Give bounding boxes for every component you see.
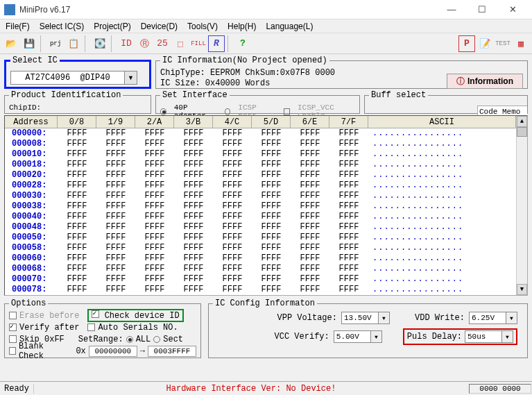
scroll-down[interactable]: ▼ — [517, 284, 527, 295]
hex-cell[interactable]: FFFF — [135, 180, 174, 191]
hex-cell[interactable]: FFFF — [252, 243, 291, 253]
hex-row[interactable]: 000008:FFFFFFFFFFFFFFFFFFFFFFFFFFFFFFFF.… — [5, 139, 516, 149]
hex-cell[interactable]: FFFF — [213, 233, 252, 243]
hex-row[interactable]: 000050:FFFFFFFFFFFFFFFFFFFFFFFFFFFFFFFF.… — [5, 233, 516, 243]
hex-cell[interactable]: FFFF — [213, 264, 252, 274]
vddw-dropdown[interactable]: ▼ — [506, 312, 517, 324]
hex-cell[interactable]: FFFF — [58, 170, 96, 180]
hex-cell[interactable]: FFFF — [213, 243, 252, 253]
hex-row[interactable]: 000010:FFFFFFFFFFFFFFFFFFFFFFFFFFFFFFFF.… — [5, 149, 516, 160]
hex-cell[interactable]: FFFF — [329, 233, 368, 243]
hex-row[interactable]: 000040:FFFFFFFFFFFFFFFFFFFFFFFFFFFFFFFF.… — [5, 212, 516, 222]
hdr-3[interactable]: 3/B — [174, 116, 213, 128]
hex-cell[interactable]: FFFF — [291, 191, 329, 201]
hex-cell[interactable]: FFFF — [174, 253, 213, 264]
hex-cell[interactable]: FFFF — [329, 139, 368, 149]
hdr-2[interactable]: 2/A — [135, 116, 174, 128]
hex-row[interactable]: 000000:FFFFFFFFFFFFFFFFFFFFFFFFFFFFFFFF.… — [5, 128, 516, 139]
help-icon[interactable]: ? — [234, 35, 251, 52]
puls-dropdown[interactable]: ▼ — [502, 330, 513, 343]
hex-cell[interactable]: FFFF — [213, 160, 252, 170]
hex-cell[interactable]: FFFF — [329, 201, 368, 212]
hex-cell[interactable]: FFFF — [58, 128, 96, 139]
hex-row[interactable]: 000018:FFFFFFFFFFFFFFFFFFFFFFFFFFFFFFFF.… — [5, 160, 516, 170]
range-from[interactable] — [89, 346, 137, 357]
hex-cell[interactable]: FFFF — [329, 243, 368, 253]
hex-cell[interactable]: FFFF — [96, 274, 135, 285]
menu-file[interactable]: File(F) — [3, 20, 33, 33]
hex-row[interactable]: 000038:FFFFFFFFFFFFFFFFFFFFFFFFFFFFFFFF.… — [5, 201, 516, 212]
vcc-select[interactable] — [334, 330, 371, 343]
radio-icsp[interactable] — [225, 108, 231, 115]
radio-40p[interactable] — [160, 108, 166, 115]
hex-row[interactable]: 000070:FFFFFFFFFFFFFFFFFFFFFFFFFFFFFFFF.… — [5, 274, 516, 285]
hex-cell[interactable]: FFFF — [96, 243, 135, 253]
hex-cell[interactable]: FFFF — [291, 170, 329, 180]
menu-tools[interactable]: Tools(V) — [185, 20, 221, 33]
hex-cell[interactable]: FFFF — [135, 285, 174, 295]
hdr-6[interactable]: 6/E — [291, 116, 329, 128]
hex-cell[interactable]: FFFF — [135, 201, 174, 212]
hex-cell[interactable]: FFFF — [135, 128, 174, 139]
hex-cell[interactable]: FFFF — [252, 253, 291, 264]
hex-cell[interactable]: FFFF — [174, 128, 213, 139]
hex-cell[interactable]: FFFF — [174, 191, 213, 201]
program-icon[interactable]: ⬚ — [172, 35, 189, 52]
hex-cell[interactable]: FFFF — [252, 128, 291, 139]
close-button[interactable]: ✕ — [497, 1, 528, 19]
hex-cell[interactable]: FFFF — [135, 149, 174, 160]
hex-cell[interactable]: FFFF — [213, 170, 252, 180]
hex-cell[interactable]: FFFF — [135, 160, 174, 170]
hex-cell[interactable]: FFFF — [135, 170, 174, 180]
hex-cell[interactable]: FFFF — [252, 191, 291, 201]
scroll-up[interactable]: ▲ — [517, 116, 527, 127]
hex-cell[interactable]: FFFF — [58, 139, 96, 149]
hex-cell[interactable]: FFFF — [174, 212, 213, 222]
hex-cell[interactable]: FFFF — [96, 170, 135, 180]
hex-cell[interactable]: FFFF — [291, 201, 329, 212]
minimize-button[interactable]: — — [436, 1, 467, 19]
p-icon[interactable]: P — [458, 35, 475, 52]
hex-cell[interactable]: FFFF — [174, 274, 213, 285]
hex-cell[interactable]: FFFF — [252, 180, 291, 191]
radio-sect[interactable] — [153, 336, 160, 343]
hex-cell[interactable]: FFFF — [252, 233, 291, 243]
hex-cell[interactable]: FFFF — [135, 233, 174, 243]
hex-cell[interactable]: FFFF — [252, 285, 291, 295]
radio-all[interactable] — [126, 336, 133, 343]
hex-cell[interactable]: FFFF — [329, 160, 368, 170]
hex-cell[interactable]: FFFF — [96, 264, 135, 274]
hex-cell[interactable]: FFFF — [174, 180, 213, 191]
hex-cell[interactable]: FFFF — [135, 191, 174, 201]
hex-cell[interactable]: FFFF — [58, 160, 96, 170]
hex-cell[interactable]: FFFF — [329, 285, 368, 295]
save-prj-icon[interactable]: 📋 — [65, 35, 82, 52]
hex-cell[interactable]: FFFF — [252, 149, 291, 160]
hex-cell[interactable]: FFFF — [252, 160, 291, 170]
vcc-dropdown[interactable]: ▼ — [371, 330, 382, 343]
checkbox-icsp-vcc[interactable] — [284, 108, 290, 115]
menu-project[interactable]: Project(P) — [91, 20, 133, 33]
checkbox-erase[interactable] — [9, 312, 17, 319]
hex-cell[interactable]: FFFF — [291, 139, 329, 149]
hex-cell[interactable]: FFFF — [58, 285, 96, 295]
hdr-7[interactable]: 7/F — [329, 116, 368, 128]
hex-row[interactable]: 000060:FFFFFFFFFFFFFFFFFFFFFFFFFFFFFFFF.… — [5, 253, 516, 264]
hex-cell[interactable]: FFFF — [58, 222, 96, 233]
hex-cell[interactable]: FFFF — [291, 233, 329, 243]
hdr-address[interactable]: Address — [5, 116, 58, 128]
hex-cell[interactable]: FFFF — [96, 180, 135, 191]
hex-cell[interactable]: FFFF — [96, 212, 135, 222]
verify-icon[interactable]: 25 — [154, 35, 171, 52]
hex-row[interactable]: 000068:FFFFFFFFFFFFFFFFFFFFFFFFFFFFFFFF.… — [5, 264, 516, 274]
open-prj-icon[interactable]: prj — [47, 35, 64, 52]
hex-row[interactable]: 000078:FFFFFFFFFFFFFFFFFFFFFFFFFFFFFFFF.… — [5, 285, 516, 295]
hex-cell[interactable]: FFFF — [135, 139, 174, 149]
run-icon[interactable]: R — [208, 35, 225, 52]
hex-cell[interactable]: FFFF — [174, 233, 213, 243]
hex-row[interactable]: 000028:FFFFFFFFFFFFFFFFFFFFFFFFFFFFFFFF.… — [5, 180, 516, 191]
edit-icon[interactable]: 📝 — [477, 35, 493, 52]
hex-cell[interactable]: FFFF — [135, 243, 174, 253]
hex-cell[interactable]: FFFF — [58, 191, 96, 201]
hdr-4[interactable]: 4/C — [213, 116, 252, 128]
